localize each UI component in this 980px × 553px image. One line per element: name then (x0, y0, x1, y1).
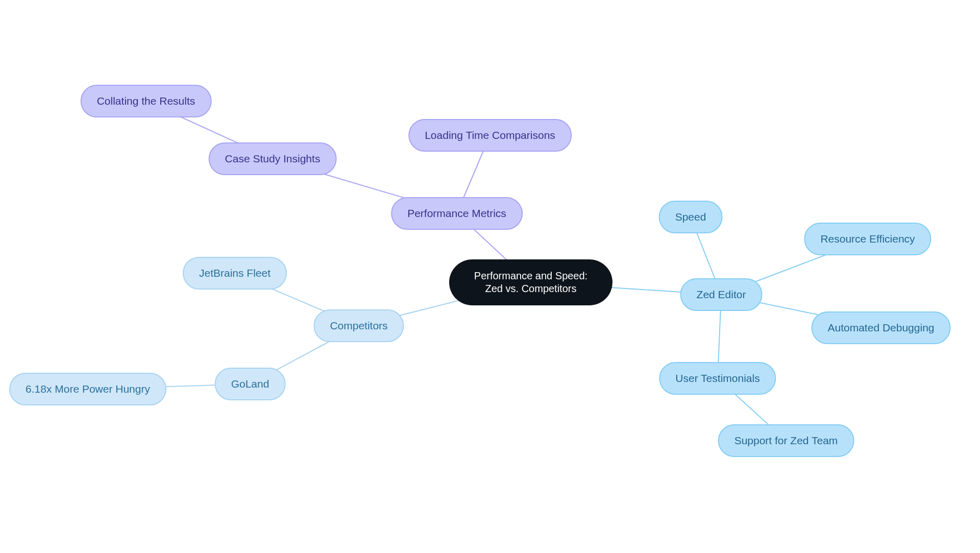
node-case-study-insights[interactable]: Case Study Insights (209, 142, 337, 175)
node-competitors[interactable]: Competitors (313, 309, 404, 342)
node-performance-metrics[interactable]: Performance Metrics (391, 197, 523, 230)
node-speed[interactable]: Speed (659, 201, 723, 233)
node-goland[interactable]: GoLand (215, 368, 286, 400)
node-power-hungry[interactable]: 6.18x More Power Hungry (9, 373, 166, 405)
node-support-zed-team[interactable]: Support for Zed Team (718, 424, 854, 457)
node-automated-debugging[interactable]: Automated Debugging (812, 311, 951, 344)
node-zed-editor[interactable]: Zed Editor (680, 278, 763, 311)
node-jetbrains-fleet[interactable]: JetBrains Fleet (183, 257, 287, 290)
node-resource-efficiency[interactable]: Resource Efficiency (804, 223, 931, 255)
node-collating-results[interactable]: Collating the Results (81, 85, 212, 117)
node-loading-time-comparisons[interactable]: Loading Time Comparisons (408, 119, 572, 152)
node-root[interactable]: Performance and Speed: Zed vs. Competito… (449, 259, 612, 305)
node-user-testimonials[interactable]: User Testimonials (659, 362, 776, 395)
